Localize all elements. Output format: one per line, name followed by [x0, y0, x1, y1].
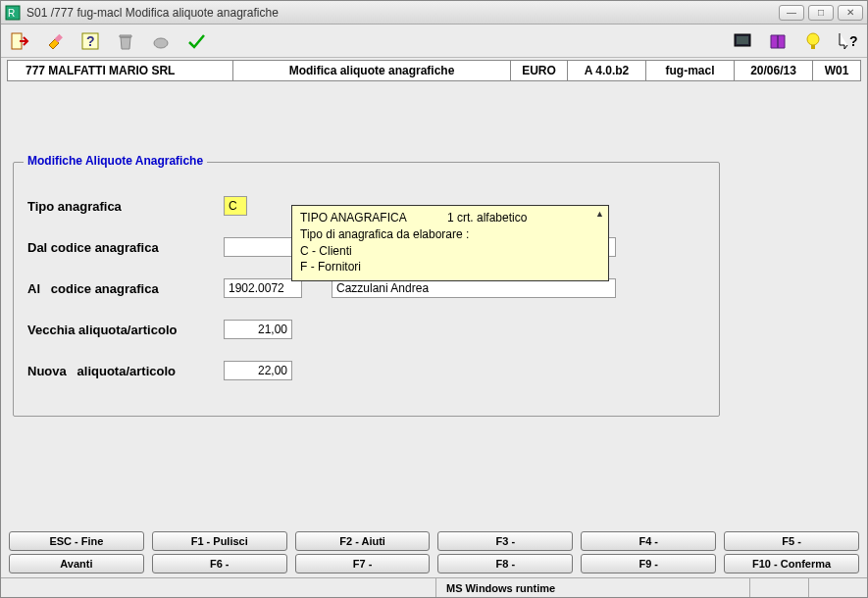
tooltip-line1: Tipo di anagrafica da elaborare : — [300, 226, 600, 243]
svg-point-6 — [154, 38, 168, 48]
btn-f5[interactable]: F5 - — [724, 531, 859, 551]
info-title: Modifica aliquote anagrafiche — [233, 61, 511, 80]
input-nuova-aliquota[interactable] — [224, 361, 292, 380]
label-dal-codice: Dal codice anagrafica — [27, 240, 224, 255]
main-area: Modifiche Aliquote Anagrafiche Tipo anag… — [1, 83, 867, 527]
info-date: 20/06/13 — [735, 61, 813, 80]
info-version: A 4.0.b2 — [568, 61, 646, 80]
btn-f2-aiuti[interactable]: F2 - Aiuti — [295, 531, 431, 551]
btn-f7[interactable]: F7 - — [295, 554, 431, 573]
info-company: 777 MALFATTI MARIO SRL — [8, 61, 233, 80]
label-al-codice: Al codice anagrafica — [27, 281, 224, 296]
btn-f6[interactable]: F6 - — [152, 554, 287, 573]
input-al-codice[interactable] — [224, 278, 302, 298]
bulb-icon[interactable] — [802, 30, 824, 52]
input-al-codice-desc[interactable] — [332, 278, 616, 298]
btn-f8[interactable]: F8 - — [437, 554, 573, 573]
book-icon[interactable] — [767, 30, 789, 52]
app-icon: R — [5, 5, 21, 21]
svg-text:R: R — [8, 8, 15, 19]
svg-text:?: ? — [86, 33, 95, 49]
status-empty-1 — [749, 578, 808, 597]
trash-icon[interactable] — [115, 30, 136, 52]
label-vecchia-aliquota: Vecchia aliquota/articolo — [27, 323, 224, 337]
btn-avanti[interactable]: Avanti — [9, 554, 144, 573]
info-module: fug-macl — [646, 61, 735, 80]
label-tipo-anagrafica: Tipo anagrafica — [27, 199, 224, 214]
tooltip-scroll-icon[interactable]: ▲ — [595, 208, 604, 221]
info-bar: 777 MALFATTI MARIO SRL Modifica aliquote… — [7, 60, 861, 81]
status-runtime: MS Windows runtime — [435, 578, 749, 597]
clear-icon[interactable] — [44, 30, 66, 52]
maximize-button[interactable]: □ — [808, 5, 834, 21]
btn-esc-fine[interactable]: ESC - Fine — [9, 531, 144, 551]
svg-text:?: ? — [849, 33, 858, 49]
window-title: S01 /777 fug-macl Modifica aliquote anag… — [26, 6, 779, 20]
btn-f4[interactable]: F4 - — [581, 531, 716, 551]
info-currency: EURO — [511, 61, 568, 80]
btn-f10-conferma[interactable]: F10 - Conferma — [724, 554, 859, 573]
close-button[interactable]: ✕ — [838, 5, 863, 21]
status-bar: MS Windows runtime — [1, 577, 867, 597]
input-dal-codice[interactable] — [224, 237, 302, 257]
btn-f9[interactable]: F9 - — [581, 554, 716, 573]
input-tipo-anagrafica[interactable] — [224, 196, 247, 216]
whatsthis-icon[interactable]: ? — [838, 30, 859, 52]
titlebar: R S01 /777 fug-macl Modifica aliquote an… — [1, 1, 867, 25]
tooltip-meta: 1 crt. alfabetico — [447, 210, 527, 226]
btn-f1-pulisci[interactable]: F1 - Pulisci — [152, 531, 287, 551]
tooltip-line2: C - Clienti — [300, 243, 600, 260]
tooltip-line3: F - Fornitori — [300, 259, 600, 275]
label-nuova-aliquota: Nuova aliquota/articolo — [27, 364, 224, 378]
svg-rect-8 — [737, 36, 748, 44]
print-icon[interactable] — [150, 30, 172, 52]
field-tooltip: ▲ TIPO ANAGRAFICA 1 crt. alfabetico Tipo… — [291, 205, 609, 281]
fieldset-aliquote: Modifiche Aliquote Anagrafiche Tipo anag… — [13, 162, 720, 417]
tooltip-field-name: TIPO ANAGRAFICA — [300, 210, 447, 226]
input-vecchia-aliquota[interactable] — [224, 320, 292, 339]
help-icon[interactable]: ? — [79, 30, 101, 52]
status-empty-2 — [808, 578, 867, 597]
btn-f3[interactable]: F3 - — [437, 531, 573, 551]
toolbar: ? ? — [1, 25, 867, 58]
terminal-icon[interactable] — [732, 30, 753, 52]
exit-icon[interactable] — [9, 30, 30, 52]
svg-point-9 — [807, 33, 819, 45]
info-workstation: W01 — [813, 61, 860, 80]
function-key-bar: ESC - Fine F1 - Pulisci F2 - Aiuti F3 - … — [1, 527, 867, 577]
minimize-button[interactable]: — — [779, 5, 804, 21]
confirm-icon[interactable] — [185, 30, 207, 52]
fieldset-legend: Modifiche Aliquote Anagrafiche — [24, 154, 207, 168]
svg-rect-10 — [811, 45, 815, 49]
